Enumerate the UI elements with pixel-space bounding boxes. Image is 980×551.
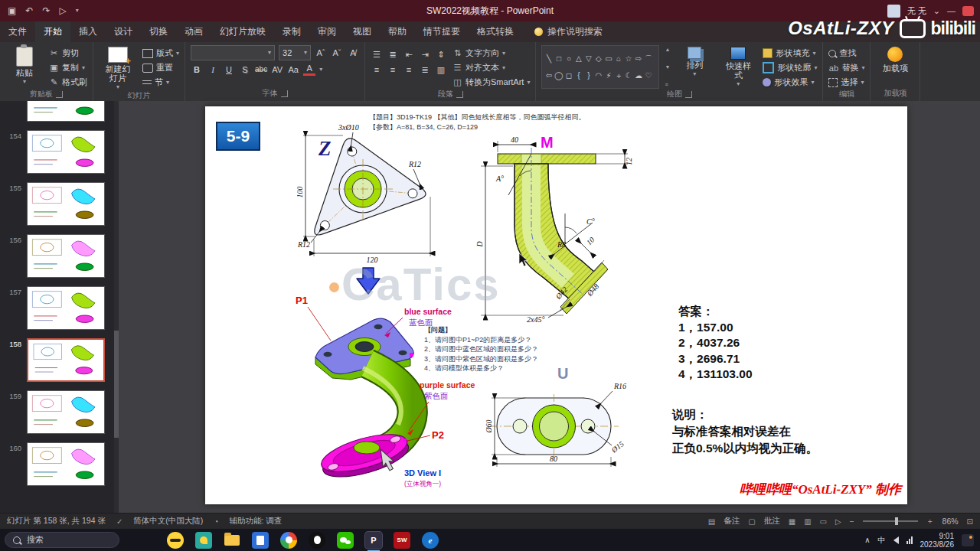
tab-view[interactable]: 视图 <box>345 21 380 42</box>
font-color-button[interactable]: A <box>303 64 315 76</box>
minimize-icon[interactable]: — <box>947 6 956 15</box>
tell-me-search[interactable]: 操作说明搜索 <box>534 21 603 42</box>
numbering-icon[interactable]: ≣ <box>387 48 399 60</box>
drawing-dialog-launcher-icon[interactable] <box>685 91 692 98</box>
normal-view-icon[interactable]: ▦ <box>789 517 795 526</box>
italic-button[interactable]: I <box>207 64 219 76</box>
copy-button[interactable]: ▣复制▾ <box>49 61 87 74</box>
tab-slideshow[interactable]: 幻灯片放映 <box>211 21 274 42</box>
find-button[interactable]: 查找 <box>828 47 864 60</box>
addins-button[interactable]: 加载项 <box>876 45 914 87</box>
new-slide-button[interactable]: 新建幻灯片 ▾ <box>99 45 137 90</box>
undo-icon[interactable]: ↶ <box>25 5 33 16</box>
tab-format-convert[interactable]: 格式转换 <box>469 21 522 42</box>
slide-thumbnail-154[interactable]: 154 <box>5 130 114 174</box>
decrease-font-size-button[interactable]: Aˇ <box>331 47 343 59</box>
spellcheck-icon[interactable]: ✓ <box>116 517 122 526</box>
slide-thumbnail-159[interactable]: 159 <box>5 390 114 434</box>
font-dialog-launcher-icon[interactable] <box>281 90 288 97</box>
decrease-indent-icon[interactable]: ⇤ <box>403 48 415 60</box>
language-indicator[interactable]: 简体中文(中国大陆) <box>133 516 203 527</box>
slide-thumbnail-158-active[interactable]: 158 <box>5 338 114 382</box>
tab-record[interactable]: 录制 <box>274 21 309 42</box>
section-button[interactable]: 节▾ <box>142 76 179 89</box>
convert-smartart-button[interactable]: ◫转换为SmartArt▾ <box>452 76 530 89</box>
align-text-button[interactable]: ☰对齐文本▾ <box>452 61 530 74</box>
tab-animations[interactable]: 动画 <box>176 21 211 42</box>
strikethrough-button[interactable]: abc <box>255 64 267 76</box>
tray-expand-icon[interactable]: ∧ <box>864 536 870 544</box>
ribbon-options-icon[interactable]: ⌄ <box>933 6 940 16</box>
tab-file[interactable]: 文件 <box>0 21 35 42</box>
tab-design[interactable]: 设计 <box>106 21 141 42</box>
cut-button[interactable]: ✂剪切 <box>49 47 87 60</box>
volume-icon[interactable] <box>893 536 899 544</box>
clear-formatting-button[interactable]: A̸ <box>347 47 359 59</box>
zoom-out-icon[interactable]: − <box>850 517 854 526</box>
replace-button[interactable]: ab替换▾ <box>828 61 864 74</box>
arrange-button[interactable]: 排列 ▾ <box>675 45 714 89</box>
slide-thumbnail-160[interactable]: 160 <box>5 442 114 486</box>
tab-storyboard[interactable]: 情节提要 <box>415 21 469 42</box>
slide-thumbnail-155[interactable]: 155 <box>5 182 114 226</box>
tab-insert[interactable]: 插入 <box>70 21 106 42</box>
slide-158[interactable]: 5-9 【题目】3D19-TK19 【其他】同色短线长度相等，同色圆弧半径相同。… <box>205 106 907 504</box>
change-case-button[interactable]: Aa <box>287 64 299 76</box>
qat-customize-caret[interactable]: ▾ <box>76 8 79 14</box>
line-spacing-icon[interactable]: ⇕ <box>435 48 447 60</box>
shape-fill-button[interactable]: 形状填充▾ <box>763 47 817 60</box>
tab-help[interactable]: 帮助 <box>380 21 415 42</box>
increase-indent-icon[interactable]: ⇥ <box>419 48 431 60</box>
font-size-select[interactable]: 32▾ <box>279 45 311 60</box>
paste-button[interactable]: 粘贴 ▾ <box>5 45 44 89</box>
tab-home[interactable]: 开始 <box>35 21 70 42</box>
docs-app-icon[interactable] <box>252 532 269 549</box>
duck-app-icon[interactable] <box>167 532 184 549</box>
tab-transitions[interactable]: 切换 <box>141 21 176 42</box>
shape-outline-button[interactable]: 形状轮廓▾ <box>763 61 817 74</box>
align-right-icon[interactable]: ≡ <box>403 64 415 76</box>
align-left-icon[interactable]: ≡ <box>371 64 383 76</box>
ime-indicator[interactable]: 中 <box>878 535 886 546</box>
increase-font-size-button[interactable]: Aˆ <box>315 47 327 59</box>
taskbar-clock[interactable]: 9:01 2023/8/26 <box>920 532 955 549</box>
slide-thumbnail-156[interactable]: 156 <box>5 234 114 278</box>
font-name-select[interactable]: ▾ <box>191 45 275 60</box>
solidworks-icon[interactable]: SW <box>394 532 410 549</box>
shape-effects-button[interactable]: 形状效果▾ <box>763 76 817 89</box>
reset-button[interactable]: 重置 <box>142 61 179 74</box>
paragraph-dialog-launcher-icon[interactable] <box>456 91 463 98</box>
align-center-icon[interactable]: ≡ <box>387 64 399 76</box>
network-icon[interactable] <box>906 536 913 544</box>
columns-icon[interactable]: ▥ <box>435 64 447 76</box>
powerpoint-taskbar-icon[interactable]: P <box>365 532 382 549</box>
file-explorer-icon[interactable] <box>224 532 240 549</box>
zoom-level[interactable]: 86% <box>942 517 959 526</box>
fit-slide-icon[interactable]: ⊡ <box>967 517 973 526</box>
user-avatar[interactable] <box>887 5 900 18</box>
slideshow-icon[interactable]: ▷ <box>59 5 66 16</box>
clipboard-dialog-launcher-icon[interactable] <box>56 91 63 98</box>
character-spacing-button[interactable]: AV <box>271 64 283 76</box>
wechat-icon[interactable] <box>337 532 354 549</box>
qq-icon[interactable] <box>309 532 325 549</box>
bold-button[interactable]: B <box>191 64 203 76</box>
reading-view-icon[interactable]: ▭ <box>820 517 827 526</box>
slideshow-view-icon[interactable]: ▷ <box>835 517 841 526</box>
tab-review[interactable]: 审阅 <box>309 21 345 42</box>
bullets-icon[interactable]: ☰ <box>371 48 383 60</box>
slide-sorter-icon[interactable]: ▥ <box>804 517 811 526</box>
notification-center-icon[interactable] <box>962 534 974 546</box>
edge-browser-icon[interactable]: e <box>422 532 439 549</box>
slide-thumbnail[interactable] <box>5 101 114 122</box>
select-button[interactable]: 选择▾ <box>828 76 864 89</box>
text-shadow-button[interactable]: S <box>239 64 251 76</box>
shapes-gallery-scrollbar[interactable]: ▲▼≡ <box>665 45 670 89</box>
taskbar-search[interactable]: 搜索 <box>5 532 119 548</box>
format-painter-button[interactable]: ✎格式刷 <box>49 76 87 89</box>
layout-button[interactable]: 版式▾ <box>142 47 179 60</box>
underline-button[interactable]: U <box>223 64 235 76</box>
save-icon[interactable]: ▣ <box>8 5 16 16</box>
redo-icon[interactable]: ↷ <box>42 5 50 16</box>
browser-icon[interactable] <box>280 532 297 549</box>
